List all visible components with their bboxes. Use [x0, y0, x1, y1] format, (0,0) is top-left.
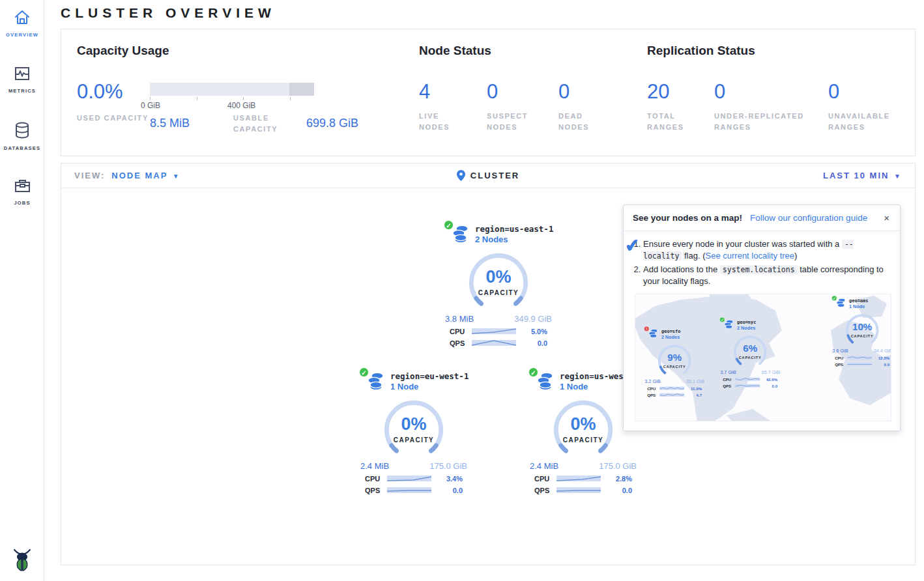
locality-label: geo=ams	[849, 298, 869, 303]
total-capacity: 65.7 GiB	[762, 369, 780, 375]
qps-sparkline	[387, 486, 431, 494]
under-replicated-ranges-value: 0	[714, 81, 828, 102]
total-capacity: 175.0 GiB	[429, 461, 467, 471]
locality-eu-west-1[interactable]: ✓ region=eu-west-1 1 Node	[358, 371, 470, 494]
nodes-link[interactable]: 1 Node	[390, 382, 469, 391]
usable-capacity-label: USABLE CAPACITY	[233, 113, 306, 135]
qps-label: QPS	[835, 362, 847, 367]
sidebar-item-metrics[interactable]: METRICS	[0, 56, 44, 94]
cpu-sparkline	[387, 474, 431, 483]
used-capacity-label: USED CAPACITY	[77, 113, 150, 135]
sidebar-item-label: METRICS	[0, 88, 44, 94]
setup-step-2: Add locations to the system.locations ta…	[643, 264, 891, 287]
setup-step-1: Ensure every node in your cluster was st…	[643, 238, 891, 262]
used-capacity: 3.2 GiB	[644, 378, 660, 384]
node-stack-icon	[723, 319, 734, 331]
qps-value: 0.0	[516, 339, 547, 347]
view-selector[interactable]: NODE MAP ▼	[111, 171, 180, 180]
step-done-check-icon: ✔	[624, 234, 641, 257]
node-map: ✓ region=us-east-1 2 Nodes	[61, 188, 915, 565]
metrics-icon	[14, 65, 31, 82]
sidebar-item-databases[interactable]: DATABASES	[0, 112, 44, 151]
node-map-panel: VIEW: NODE MAP ▼ CLUSTER LAST 10 MIN ▼ ✓	[61, 163, 916, 565]
sidebar: OVERVIEW METRICS DATABASES JOBS	[0, 0, 44, 581]
chevron-down-icon: ▼	[173, 173, 180, 180]
home-icon	[14, 9, 31, 26]
used-capacity: 2.4 MiB	[530, 461, 558, 471]
cpu-value: 2.8%	[601, 475, 632, 483]
main-content: CLUSTER OVERVIEW Capacity Usage 0.0% 0 G…	[44, 0, 924, 565]
qps-value: 0.0	[760, 384, 777, 388]
breadcrumb[interactable]: CLUSTER	[348, 170, 628, 181]
node-stack-icon	[366, 371, 385, 392]
cpu-label: CPU	[647, 386, 659, 391]
capacity-gauge: 0% CAPACITY	[379, 399, 449, 461]
suspect-nodes-label: SUSPECTNODES	[487, 111, 558, 133]
page-title: CLUSTER OVERVIEW	[61, 0, 916, 22]
sidebar-item-overview[interactable]: OVERVIEW	[0, 0, 44, 38]
capacity-percent: 6%	[730, 343, 770, 354]
sidebar-item-label: DATABASES	[0, 145, 44, 151]
node-stack-icon	[648, 328, 659, 340]
capacity-caption: CAPACITY	[463, 289, 534, 296]
capacity-caption: CAPACITY	[379, 436, 449, 444]
nodes-link: 2 Nodes	[661, 334, 681, 339]
cpu-sparkline	[556, 474, 601, 483]
cpu-value: 11.0%	[684, 386, 702, 391]
example-node-map-image: ! geo=sfo 2 Nodes	[635, 294, 891, 421]
used-capacity: 3.8 MiB	[445, 314, 474, 324]
time-range-selector[interactable]: LAST 10 MIN ▼	[628, 171, 902, 180]
nodes-link: 1 Node	[849, 304, 869, 309]
unavailable-ranges-label: UNAVAILABLERANGES	[828, 111, 913, 133]
nodes-link: 2 Nodes	[737, 325, 757, 330]
total-ranges-label: TOTALRANGES	[647, 111, 714, 133]
capacity-usage-title: Capacity Usage	[77, 44, 419, 58]
qps-label: QPS	[534, 487, 556, 494]
close-icon[interactable]: ×	[882, 212, 891, 223]
capacity-percent: 0%	[463, 267, 534, 287]
total-ranges-value: 20	[647, 81, 714, 102]
capacity-caption: CAPACITY	[655, 365, 694, 369]
qps-value: 0.0	[431, 487, 463, 494]
mini-locality-ams: ✓ geo=ams 1 Node	[831, 298, 891, 367]
qps-value: 0.0	[872, 362, 889, 367]
qps-sparkline	[472, 339, 516, 347]
capacity-usage-section: Capacity Usage 0.0% 0 GiB 400 GiB	[77, 44, 419, 156]
axis-label-400: 400 GiB	[227, 101, 255, 110]
system-locations-code: system.locations	[720, 265, 798, 274]
locality-label: geo=nyc	[737, 319, 757, 324]
sidebar-item-label: OVERVIEW	[0, 32, 44, 38]
locality-label: geo=sfo	[661, 328, 681, 333]
total-capacity: 175.0 GiB	[599, 461, 637, 471]
cpu-label: CPU	[365, 475, 387, 483]
locality-label: region=eu-west-1	[390, 371, 469, 381]
sidebar-item-jobs[interactable]: JOBS	[0, 168, 44, 206]
node-stack-icon	[535, 371, 555, 392]
cpu-value: 5.0%	[516, 328, 547, 335]
status-ok-icon: ✓	[831, 295, 837, 300]
setup-steps: Ensure every node in your cluster was st…	[634, 238, 891, 287]
capacity-percent: 9%	[655, 352, 694, 363]
dead-nodes-value: 0	[558, 81, 624, 102]
popup-title: See your nodes on a map!	[633, 213, 742, 223]
cpu-sparkline	[472, 327, 516, 335]
mini-locality-sfo: ! geo=sfo 2 Nodes	[643, 328, 706, 397]
cpu-value: 12.3%	[872, 356, 889, 360]
qps-label: QPS	[365, 487, 387, 494]
configuration-guide-link[interactable]: Follow our configuration guide	[750, 213, 882, 223]
qps-label: QPS	[723, 384, 735, 388]
qps-label: QPS	[450, 339, 472, 347]
status-ok-icon: ✓	[528, 367, 538, 377]
view-label: VIEW:	[74, 171, 105, 180]
cpu-label: CPU	[450, 328, 472, 335]
locality-tree-link[interactable]: See current locality tree	[706, 251, 795, 261]
locality-us-east-1[interactable]: ✓ region=us-east-1 2 Nodes	[442, 224, 555, 347]
used-capacity-value: 8.5 MiB	[150, 117, 190, 135]
live-nodes-value: 4	[419, 81, 487, 102]
node-stack-icon	[450, 224, 470, 245]
capacity-gauge: 0% CAPACITY	[548, 399, 618, 461]
used-capacity: 2.4 MiB	[360, 461, 389, 471]
live-nodes-label: LIVENODES	[419, 111, 487, 133]
nodes-link[interactable]: 2 Nodes	[475, 234, 553, 244]
status-ok-icon: ✓	[359, 367, 369, 377]
